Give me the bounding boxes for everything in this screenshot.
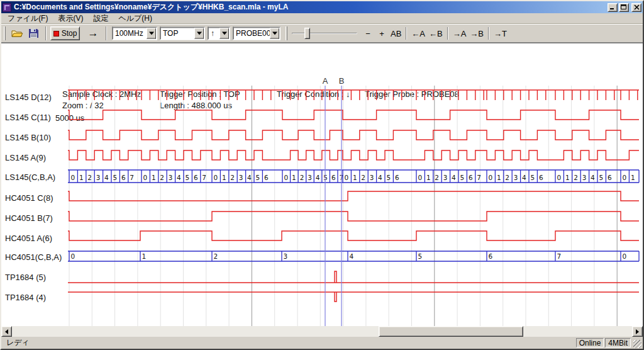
- slider-thumb[interactable]: [304, 28, 310, 39]
- wave-ls145-c-11-: [68, 110, 639, 120]
- run-arrow-icon: →: [88, 27, 99, 40]
- bus-value: 6: [194, 174, 198, 181]
- stop-label: Stop: [62, 29, 77, 38]
- run-button[interactable]: →: [84, 26, 102, 40]
- bus-value: 2: [300, 174, 304, 181]
- bus-value: 7: [130, 174, 134, 181]
- open-folder-icon: [11, 29, 23, 38]
- bus-value: 6: [539, 174, 543, 181]
- toolbar-flat-buttons: −+AB←A←B→A→B→T: [361, 26, 509, 41]
- menu-file[interactable]: ファイル(F): [3, 13, 53, 25]
- resize-grip-icon[interactable]: [633, 340, 641, 348]
- trigger-edge-combo[interactable]: ↑: [208, 27, 230, 40]
- bus-value: 6: [121, 174, 126, 181]
- sample-clock-combo[interactable]: 100MHz: [112, 27, 157, 40]
- open-file-button[interactable]: [9, 26, 25, 41]
- bus-value: 0: [557, 174, 562, 181]
- save-file-button[interactable]: [26, 26, 42, 41]
- arrow-right-icon: [636, 329, 641, 334]
- bus-value: 4: [378, 174, 382, 181]
- toolbar: Stop → 100MHz TOP ↑ PROBE00 −+AB←A←B→A→B…: [1, 24, 643, 43]
- minimize-button[interactable]: [608, 3, 618, 12]
- toolbar-gripper[interactable]: [4, 26, 6, 40]
- toolbar-separator: [106, 26, 107, 40]
- chevron-down-icon[interactable]: [270, 28, 279, 39]
- waveform-view[interactable]: Sample Clock : 2MHz Trigger Position : T…: [1, 43, 643, 337]
- bus-value: 3: [96, 174, 101, 181]
- bus-value: 2: [361, 174, 365, 181]
- bus-value: 1: [631, 174, 635, 181]
- scrollbar-thumb[interactable]: [379, 326, 523, 337]
- chevron-down-icon[interactable]: [147, 28, 156, 39]
- bus-value: 1: [426, 174, 431, 181]
- zoom-ab-button[interactable]: AB: [389, 26, 403, 40]
- bus-value: 0: [214, 174, 218, 181]
- close-button[interactable]: [631, 3, 641, 12]
- bus-value: 5: [531, 174, 535, 181]
- bus-value: 5: [256, 174, 260, 181]
- bus-value: 7: [477, 174, 481, 181]
- cursor-b-left-button[interactable]: ←B: [427, 26, 445, 40]
- bus-value: 3: [169, 174, 173, 181]
- toolbar-gripper[interactable]: [286, 26, 287, 40]
- trigger-position-value: TOP: [161, 28, 194, 39]
- bus-value: 4: [350, 252, 354, 260]
- goto-a-button[interactable]: →A: [451, 26, 469, 40]
- bus-value: 0: [284, 174, 289, 181]
- bus-value: 3: [370, 174, 374, 181]
- pulse-tp1684-4-: [335, 292, 336, 302]
- toolbar-separator: [447, 27, 448, 40]
- bus-value: 2: [87, 174, 92, 181]
- trigger-position-combo[interactable]: TOP: [160, 27, 205, 40]
- goto-b-button[interactable]: →B: [468, 26, 486, 40]
- bus-value: 1: [292, 174, 296, 181]
- slider-groove: [292, 33, 357, 34]
- zoom-out-button[interactable]: −: [361, 26, 375, 40]
- bus-value: 4: [316, 174, 320, 181]
- chevron-down-icon[interactable]: [219, 28, 229, 39]
- bus-value: 6: [264, 174, 269, 181]
- trigger-probe-combo[interactable]: PROBE00: [233, 27, 280, 40]
- bus-value: 6: [489, 252, 493, 260]
- bus-value: 5: [186, 174, 190, 181]
- scroll-right-button[interactable]: [632, 326, 643, 337]
- zoom-in-button[interactable]: +: [375, 26, 389, 40]
- goto-trigger-button[interactable]: →T: [492, 26, 509, 40]
- horizontal-scrollbar[interactable]: [1, 326, 643, 337]
- trigger-edge-value: ↑: [209, 28, 219, 39]
- bus-value: 6: [331, 174, 336, 181]
- bus-value: 4: [177, 174, 181, 181]
- wave-hc4051-c-8-: [68, 191, 639, 201]
- toolbar-separator: [406, 27, 407, 40]
- bus-value: 6: [469, 174, 473, 181]
- maximize-button[interactable]: [619, 3, 629, 12]
- stop-button[interactable]: Stop: [50, 26, 80, 40]
- chevron-down-icon[interactable]: [194, 28, 204, 39]
- menu-help[interactable]: ヘルプ(H): [113, 13, 157, 25]
- bus-value: 7: [202, 174, 206, 181]
- app-icon: [3, 3, 11, 12]
- toolbar-separator: [488, 27, 489, 40]
- waveform-plot[interactable]: 0123456701234567012345601234567012345601…: [1, 43, 643, 327]
- bus-value: 5: [387, 174, 391, 181]
- bus-value: 2: [214, 252, 218, 260]
- bus-value: 5: [599, 174, 604, 181]
- cursor-a-left-button[interactable]: ←A: [409, 26, 427, 40]
- wave-hc4051-b-7-: [68, 212, 639, 221]
- save-floppy-icon: [29, 29, 38, 38]
- bus-value: 3: [284, 252, 288, 260]
- minimize-icon: [609, 4, 616, 10]
- menu-settings[interactable]: 設定: [88, 13, 113, 25]
- wave-ls145-a-9-: [68, 150, 639, 160]
- bus-value: 5: [113, 174, 118, 181]
- title-bar[interactable]: C:¥Documents and Settings¥noname¥デスクトップ¥…: [1, 1, 643, 13]
- bus-value: 2: [230, 174, 235, 181]
- scroll-left-button[interactable]: [1, 326, 12, 337]
- menu-view[interactable]: 表示(V): [53, 13, 88, 25]
- stop-square-icon: [53, 31, 59, 37]
- zoom-slider[interactable]: [292, 26, 357, 40]
- bus-value: 7: [557, 252, 562, 260]
- bus-value: 0: [418, 174, 423, 181]
- menu-bar: ファイル(F)表示(V)設定ヘルプ(H): [1, 13, 643, 24]
- cursor-a-label: A: [323, 76, 328, 86]
